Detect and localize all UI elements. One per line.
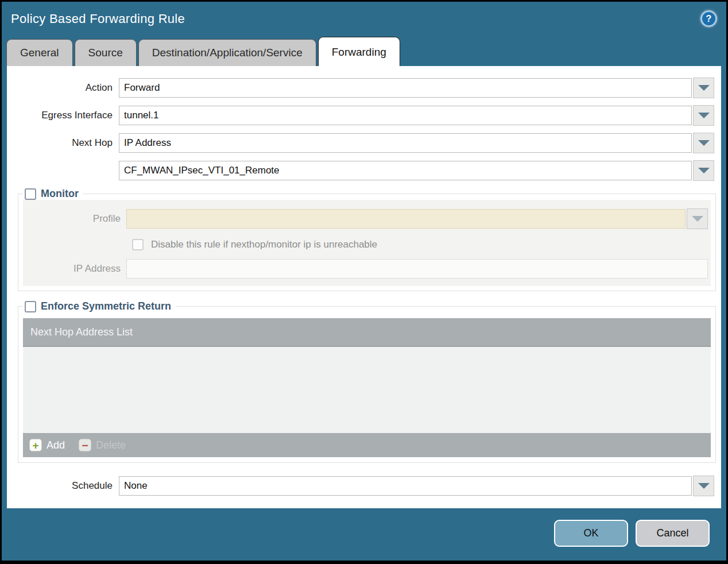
- chevron-down-icon: [698, 168, 710, 173]
- egress-interface-dropdown-button[interactable]: [693, 105, 714, 126]
- monitor-panel: Profile Disable this rule if nexthop/mon…: [23, 200, 711, 286]
- next-hop-address-dropdown-button[interactable]: [693, 160, 714, 181]
- chevron-down-icon: [692, 216, 703, 222]
- tab-general[interactable]: General: [6, 39, 73, 66]
- chevron-down-icon: [698, 113, 710, 118]
- add-button[interactable]: + Add: [29, 439, 65, 451]
- profile-dropdown-button: [687, 208, 708, 229]
- monitor-legend: Monitor: [23, 188, 83, 200]
- title-bar: Policy Based Forwarding Rule ?: [2, 2, 726, 36]
- help-icon[interactable]: ?: [700, 10, 717, 27]
- schedule-label: Schedule: [7, 480, 119, 492]
- tab-source[interactable]: Source: [75, 39, 137, 66]
- enforce-symmetric-return-checkbox[interactable]: [25, 301, 36, 312]
- schedule-dropdown-button[interactable]: [693, 476, 714, 496]
- ok-button[interactable]: OK: [554, 520, 628, 547]
- disable-rule-checkbox: [132, 239, 144, 250]
- chevron-down-icon: [698, 483, 710, 489]
- disable-rule-row: Disable this rule if nexthop/monitor ip …: [132, 239, 709, 250]
- monitor-title: Monitor: [41, 188, 79, 200]
- cancel-button[interactable]: Cancel: [636, 520, 710, 547]
- monitor-checkbox[interactable]: [25, 188, 36, 200]
- delete-button-label: Delete: [96, 439, 126, 451]
- enforce-symmetric-return-title: Enforce Symmetric Return: [41, 300, 171, 312]
- disable-rule-label: Disable this rule if nexthop/monitor ip …: [151, 239, 377, 250]
- next-hop-address-input[interactable]: [119, 161, 692, 180]
- dialog-footer: OK Cancel: [2, 508, 726, 561]
- forwarding-tab-panel: Action Egress Interface Ne: [7, 66, 721, 508]
- monitor-ip-address-row: IP Address: [23, 259, 708, 279]
- tab-bar: General Source Destination/Application/S…: [2, 36, 726, 66]
- tab-forwarding[interactable]: Forwarding: [318, 37, 400, 66]
- policy-based-forwarding-dialog: Policy Based Forwarding Rule ? General S…: [2, 2, 726, 561]
- action-dropdown-button[interactable]: [693, 78, 714, 98]
- add-plus-icon: +: [29, 439, 42, 451]
- action-row: Action: [7, 78, 714, 98]
- egress-interface-label: Egress Interface: [7, 110, 119, 121]
- monitor-ip-address-label: IP Address: [23, 263, 126, 275]
- profile-row: Profile: [23, 208, 708, 229]
- action-input[interactable]: [119, 78, 692, 98]
- schedule-input[interactable]: [119, 476, 692, 496]
- enforce-symmetric-return-legend: Enforce Symmetric Return: [23, 300, 176, 312]
- egress-interface-row: Egress Interface: [7, 105, 714, 126]
- chevron-down-icon: [698, 140, 710, 146]
- next-hop-address-list-table: Next Hop Address List + Add − Delete: [23, 318, 711, 457]
- delete-button: − Delete: [79, 439, 126, 451]
- dialog-frame: Policy Based Forwarding Rule ? General S…: [0, 0, 728, 564]
- delete-minus-icon: −: [79, 439, 91, 451]
- schedule-row: Schedule: [7, 476, 714, 496]
- add-button-label: Add: [47, 439, 65, 451]
- egress-interface-input[interactable]: [119, 106, 692, 125]
- next-hop-label: Next Hop: [7, 137, 119, 149]
- next-hop-address-list-header-label: Next Hop Address List: [30, 326, 133, 338]
- enforce-symmetric-return-section: Enforce Symmetric Return Next Hop Addres…: [18, 300, 716, 463]
- next-hop-address-list-toolbar: + Add − Delete: [23, 433, 711, 457]
- profile-input: [126, 209, 686, 229]
- profile-label: Profile: [23, 213, 126, 225]
- next-hop-address-list-body[interactable]: [23, 347, 711, 433]
- next-hop-type-dropdown-button[interactable]: [693, 133, 714, 153]
- monitor-section: Monitor Profile Disable this rule if nex…: [18, 188, 716, 291]
- monitor-ip-address-input: [126, 259, 708, 279]
- help-glyph: ?: [706, 14, 712, 24]
- next-hop-type-input[interactable]: [119, 133, 692, 153]
- tab-destination-application-service[interactable]: Destination/Application/Service: [138, 39, 316, 66]
- chevron-down-icon: [698, 85, 710, 91]
- next-hop-address-row: [7, 160, 714, 181]
- action-label: Action: [7, 82, 119, 94]
- next-hop-address-list-header: Next Hop Address List: [23, 318, 711, 347]
- next-hop-row: Next Hop: [7, 133, 714, 153]
- dialog-title: Policy Based Forwarding Rule: [11, 11, 185, 26]
